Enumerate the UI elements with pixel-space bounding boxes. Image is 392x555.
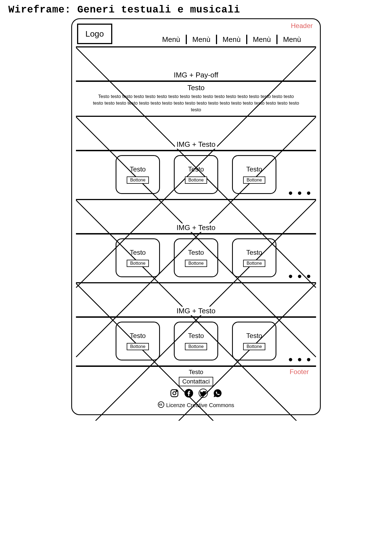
intro-heading: Testo xyxy=(93,84,299,92)
card-label: Testo xyxy=(246,249,262,256)
logo[interactable]: Logo xyxy=(77,24,112,44)
card: Testo Bottone xyxy=(174,238,218,277)
whatsapp-icon[interactable] xyxy=(213,389,222,399)
footer: Footer Testo Contattaci Licenze Creative… xyxy=(76,365,316,409)
section-1: IMG + Testo xyxy=(76,116,316,150)
section-image-placeholder: IMG + Testo xyxy=(76,283,316,317)
hero-caption: IMG + Pay-off xyxy=(172,71,220,79)
menu-item[interactable]: Menù xyxy=(247,35,276,44)
svg-point-9 xyxy=(173,392,176,395)
section-caption: IMG + Testo xyxy=(175,223,217,232)
facebook-icon[interactable] xyxy=(184,389,194,399)
card-button[interactable]: Bottone xyxy=(127,343,149,350)
social-row xyxy=(76,389,316,399)
svg-point-10 xyxy=(176,391,177,392)
menu-item[interactable]: Menù xyxy=(278,35,307,44)
card-button[interactable]: Bottone xyxy=(243,176,265,184)
hero-block: IMG + Pay-off xyxy=(76,46,316,81)
header-region-label: Header xyxy=(291,22,313,30)
card-button[interactable]: Bottone xyxy=(185,260,207,267)
card: Testo Bottone xyxy=(116,322,160,360)
more-dots-icon[interactable]: ● ● ● xyxy=(288,355,312,364)
card: Testo Bottone xyxy=(232,238,276,277)
twitter-icon[interactable] xyxy=(198,389,208,399)
footer-region-label: Footer xyxy=(290,368,309,376)
card: Testo Bottone xyxy=(232,155,276,194)
card-button[interactable]: Bottone xyxy=(185,343,207,350)
card-button[interactable]: Bottone xyxy=(185,176,207,184)
more-dots-icon[interactable]: ● ● ● xyxy=(288,188,312,197)
card: Testo Bottone xyxy=(116,238,160,277)
section-3: IMG + Testo xyxy=(76,282,316,317)
section-image-placeholder: IMG + Testo xyxy=(76,200,316,233)
menu-item[interactable]: Menù xyxy=(187,35,216,44)
card: Testo Bottone xyxy=(174,322,218,360)
intro-block: Testo Testo testo testo testo testo test… xyxy=(76,81,316,116)
card-button[interactable]: Bottone xyxy=(243,260,265,267)
card: Testo Bottone xyxy=(232,322,276,360)
section-2: IMG + Testo xyxy=(76,199,316,233)
card-button[interactable]: Bottone xyxy=(127,260,149,267)
header: Logo Menù Menù Menù Menù Menù xyxy=(76,22,316,44)
hero-image-placeholder: IMG + Pay-off xyxy=(76,47,316,81)
section-caption: IMG + Testo xyxy=(175,307,217,315)
menu-item[interactable]: Menù xyxy=(157,35,186,44)
section-2-cards: Testo Bottone Testo Bottone Testo Botton… xyxy=(76,233,316,282)
device-frame: Header Logo Menù Menù Menù Menù Menù IMG… xyxy=(71,18,321,415)
card-label: Testo xyxy=(246,332,262,340)
card: Testo Bottone xyxy=(116,155,160,194)
card-button[interactable]: Bottone xyxy=(243,343,265,350)
page-title: Wireframe: Generi testuali e musicali xyxy=(8,4,386,16)
card-label: Testo xyxy=(188,332,204,340)
card-label: Testo xyxy=(246,165,262,173)
menu-bar: Menù Menù Menù Menù Menù xyxy=(157,35,315,44)
instagram-icon[interactable] xyxy=(170,389,179,399)
menu-item[interactable]: Menù xyxy=(217,35,246,44)
section-3-cards: Testo Bottone Testo Bottone Testo Botton… xyxy=(76,317,316,365)
footer-text: Testo xyxy=(76,369,316,376)
cc-icon xyxy=(158,401,164,409)
card: Testo Bottone xyxy=(174,155,218,194)
license-text: Licenze Creative Commons xyxy=(166,402,234,408)
card-label: Testo xyxy=(130,332,146,340)
intro-body: Testo testo testo testo testo testo test… xyxy=(93,93,299,113)
card-label: Testo xyxy=(188,249,204,256)
card-label: Testo xyxy=(130,165,146,173)
contact-button[interactable]: Contattaci xyxy=(179,377,213,386)
more-dots-icon[interactable]: ● ● ● xyxy=(288,272,312,281)
card-label: Testo xyxy=(130,249,146,256)
card-label: Testo xyxy=(188,165,204,173)
section-image-placeholder: IMG + Testo xyxy=(76,117,316,150)
section-caption: IMG + Testo xyxy=(175,140,217,149)
license-row: Licenze Creative Commons xyxy=(76,401,316,409)
card-button[interactable]: Bottone xyxy=(127,176,149,184)
section-1-cards: Testo Bottone Testo Bottone Testo Botton… xyxy=(76,150,316,199)
